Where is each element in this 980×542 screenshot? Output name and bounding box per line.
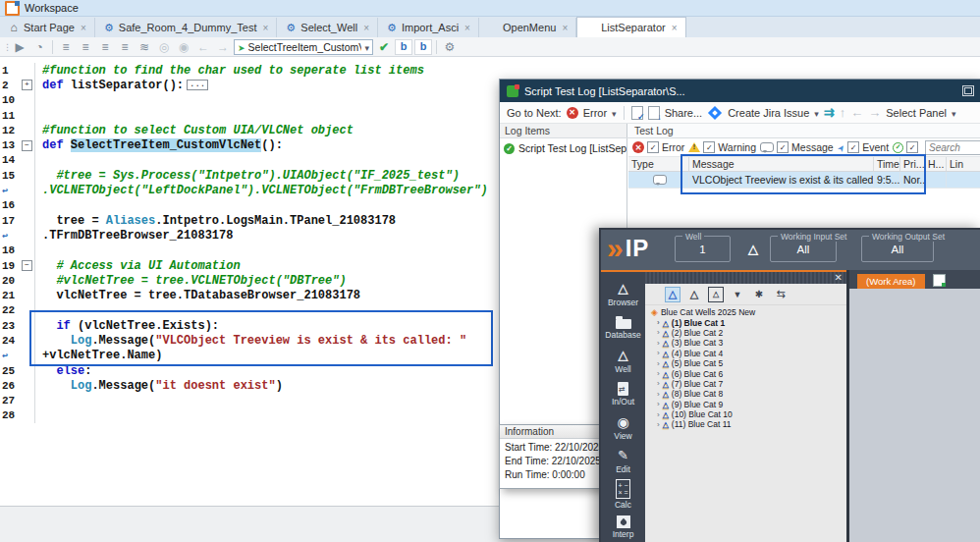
editor-options-icon[interactable]: ⚙ bbox=[441, 40, 459, 54]
chevron-right-icon[interactable]: › bbox=[657, 400, 660, 408]
select-panel-label[interactable]: Select Panel bbox=[886, 107, 947, 119]
wells-view-icon[interactable] bbox=[665, 287, 681, 302]
share-icon[interactable] bbox=[648, 106, 660, 120]
filter-checkbox[interactable] bbox=[847, 141, 859, 153]
wells-tree-item[interactable]: › (9) Blue Cat 9 bbox=[645, 400, 846, 409]
working-output-set-selector[interactable]: Working Output Set All bbox=[861, 236, 934, 262]
create-jira-label[interactable]: Create Jira Issue bbox=[728, 107, 809, 119]
log-items-tree-node[interactable]: Script Test Log [ListSepara... bbox=[500, 138, 626, 154]
chevron-right-icon[interactable]: › bbox=[657, 379, 660, 388]
document-tab[interactable]: ListSeparator × bbox=[576, 17, 685, 37]
browser-preview-icon[interactable]: b bbox=[395, 39, 412, 55]
chevron-right-icon[interactable]: › bbox=[657, 318, 660, 327]
wells-tree-item[interactable]: › (4) Blue Cat 4 bbox=[645, 349, 846, 358]
log-filter[interactable]: Message bbox=[760, 141, 834, 153]
format-lines-icon[interactable]: ≡ bbox=[116, 40, 134, 54]
refresh-icon[interactable] bbox=[773, 287, 789, 302]
column-header-priority[interactable]: Pri... bbox=[900, 157, 925, 171]
wells-tree-item[interactable]: › (7) Blue Cat 7 bbox=[645, 379, 846, 389]
chevron-right-icon[interactable]: › bbox=[657, 339, 660, 348]
wells-tree-item[interactable]: › (1) Blue Cat 1 bbox=[645, 317, 846, 327]
chevron-right-icon[interactable]: › bbox=[657, 369, 660, 378]
wells-tree-item[interactable]: › (11) Blue Cat 11 bbox=[645, 419, 846, 429]
log-filter[interactable]: Error bbox=[632, 141, 684, 153]
chevron-right-icon[interactable]: › bbox=[657, 359, 660, 368]
column-header-time[interactable]: Time bbox=[874, 157, 900, 171]
fold-toggle-icon[interactable]: − bbox=[22, 260, 32, 271]
format-outdent-icon[interactable]: ≡ bbox=[57, 40, 75, 54]
navigate-forward-icon[interactable]: → bbox=[214, 40, 232, 54]
tab-close-icon[interactable]: × bbox=[672, 23, 678, 33]
wells-tree-item[interactable]: › (2) Blue Cat 2 bbox=[645, 328, 846, 338]
well-selector[interactable]: Well 1 bbox=[675, 236, 731, 262]
sidebar-item[interactable]: In/Out bbox=[601, 377, 645, 410]
hide-code-icon[interactable]: ◎ bbox=[155, 40, 173, 54]
folded-code-ellipsis[interactable]: ... bbox=[187, 80, 208, 90]
chevron-right-icon[interactable]: › bbox=[657, 390, 660, 399]
fold-toggle-icon[interactable]: + bbox=[22, 80, 32, 90]
syntax-check-icon[interactable]: ✔ bbox=[375, 40, 393, 54]
format-undo-icon[interactable]: ≋ bbox=[136, 40, 153, 54]
next-result-icon[interactable]: → bbox=[868, 105, 881, 120]
chevron-right-icon[interactable]: › bbox=[657, 410, 660, 419]
log-filter[interactable]: Warning bbox=[688, 141, 756, 153]
well-list-icon[interactable] bbox=[686, 287, 702, 302]
chevron-right-icon[interactable]: › bbox=[657, 328, 660, 337]
document-tab[interactable]: Start Page × bbox=[0, 18, 95, 37]
fold-toggle-icon[interactable]: − bbox=[22, 140, 32, 151]
log-filter[interactable] bbox=[893, 141, 921, 153]
column-header-link[interactable]: Lin bbox=[947, 157, 980, 171]
share-label[interactable]: Share... bbox=[665, 107, 703, 119]
filter-checkbox[interactable] bbox=[647, 141, 659, 153]
chevron-down-icon[interactable] bbox=[612, 107, 617, 119]
sidebar-item[interactable]: Calc bbox=[601, 477, 645, 511]
wells-tree-item[interactable]: › (6) Blue Cat 6 bbox=[645, 368, 846, 378]
results-checklist-icon[interactable] bbox=[631, 106, 643, 120]
sidebar-item[interactable]: Well bbox=[601, 344, 645, 377]
chevron-right-icon[interactable]: › bbox=[657, 420, 660, 429]
device-preview-icon[interactable]: b bbox=[414, 39, 432, 55]
code-line[interactable]: 1 #function to find the char used to sep… bbox=[0, 63, 980, 78]
navigate-back-icon[interactable]: ← bbox=[194, 40, 212, 54]
document-tab[interactable]: Safe_Room_4_Dummy_Test × bbox=[95, 18, 277, 37]
tab-close-icon[interactable]: × bbox=[562, 23, 568, 33]
log-filter[interactable]: Event bbox=[838, 141, 889, 153]
well-group-icon[interactable] bbox=[708, 287, 724, 302]
settings-icon[interactable] bbox=[751, 287, 767, 302]
filter-checkbox[interactable] bbox=[906, 141, 918, 153]
column-header-href[interactable]: H... bbox=[925, 157, 947, 171]
show-code-icon[interactable]: ◉ bbox=[175, 40, 192, 54]
derrick-icon[interactable] bbox=[748, 242, 758, 256]
tab-close-icon[interactable]: × bbox=[81, 23, 86, 33]
chevron-down-icon[interactable] bbox=[814, 107, 819, 119]
sidebar-item[interactable]: Edit bbox=[601, 444, 645, 477]
document-tab[interactable]: OpenMenu × bbox=[479, 18, 576, 37]
routine-dropdown[interactable]: SelectTreeItem_CustomVlcNet bbox=[234, 39, 373, 55]
sidebar-item[interactable]: Interp bbox=[601, 511, 645, 542]
record-test-icon[interactable]: ◔ bbox=[30, 40, 48, 54]
format-align-icon[interactable]: ≡ bbox=[96, 40, 114, 54]
work-area-tab[interactable]: (Work Area) bbox=[857, 274, 925, 289]
wells-tree-item[interactable]: › (3) Blue Cat 3 bbox=[645, 338, 846, 348]
filter-checkbox[interactable] bbox=[777, 141, 789, 153]
tree-panel-drag-handle[interactable]: ✕ bbox=[645, 272, 846, 284]
wells-tree-item[interactable]: › (5) Blue Cat 5 bbox=[645, 358, 846, 368]
wells-tree-root[interactable]: Blue Cat Wells 2025 New bbox=[645, 307, 846, 317]
document-tab[interactable]: Select_Well × bbox=[277, 18, 378, 37]
filter-icon[interactable] bbox=[730, 287, 745, 302]
new-document-icon[interactable] bbox=[933, 274, 946, 287]
run-routine-icon[interactable]: ▶ bbox=[11, 40, 28, 54]
toolbar-drag-handle[interactable]: ⋮ bbox=[3, 42, 9, 52]
wells-tree-item[interactable]: › (8) Blue Cat 8 bbox=[645, 389, 846, 399]
log-window-title-bar[interactable]: Script Test Log [ListSeparator\S... bbox=[500, 80, 980, 102]
tab-close-icon[interactable]: × bbox=[262, 23, 268, 33]
sidebar-item[interactable]: View bbox=[601, 410, 645, 444]
tab-close-icon[interactable]: × bbox=[464, 23, 470, 33]
previous-result-icon[interactable]: ← bbox=[850, 105, 863, 120]
chevron-down-icon[interactable] bbox=[952, 107, 956, 119]
log-table-row[interactable]: VLCObject Treeview is exist & its called… bbox=[628, 172, 980, 189]
log-search-input[interactable] bbox=[925, 140, 980, 155]
column-header-message[interactable]: Message bbox=[689, 157, 874, 171]
wells-tree-item[interactable]: › (10) Blue Cat 10 bbox=[645, 409, 846, 419]
chevron-right-icon[interactable]: › bbox=[657, 349, 660, 357]
